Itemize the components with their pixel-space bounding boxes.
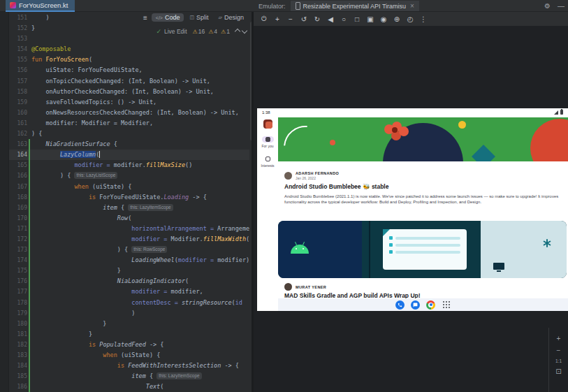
line-number[interactable]: 158: [9, 87, 27, 97]
nav-item-interests[interactable]: Interests: [261, 156, 274, 168]
code-line[interactable]: 183 when (uiState) {: [9, 350, 249, 361]
line-number[interactable]: 161: [9, 118, 27, 129]
zoom-mode-icon[interactable]: ⊕: [393, 15, 401, 23]
emulator-screen[interactable]: 1:38 For youInterests: [257, 108, 568, 311]
code-line[interactable]: 184 is FeedWithInterestsSelection -> {: [9, 361, 249, 371]
view-tab-code[interactable]: </>Code: [152, 13, 184, 22]
line-number[interactable]: 184: [9, 361, 27, 371]
line-number[interactable]: 174: [9, 255, 27, 266]
line-number[interactable]: 169: [9, 203, 27, 213]
power-icon[interactable]: ⏻: [260, 15, 268, 23]
line-number[interactable]: 176: [9, 276, 27, 286]
rotate-left-icon[interactable]: ↺: [300, 15, 308, 23]
code-line[interactable]: 180 }: [9, 319, 249, 329]
view-tab-split[interactable]: ◫Split: [185, 13, 212, 22]
zoom-reset-icon[interactable]: 1:1: [555, 358, 562, 363]
line-number[interactable]: 180: [9, 319, 27, 329]
line-number[interactable]: 160: [9, 108, 27, 118]
line-number[interactable]: 159: [9, 97, 27, 108]
back-icon[interactable]: ◀: [326, 15, 335, 23]
messages-app-icon[interactable]: [411, 300, 420, 310]
zoom-in-icon[interactable]: +: [557, 335, 561, 342]
code-line[interactable]: 175 }: [9, 266, 249, 276]
line-number[interactable]: 163: [9, 139, 27, 150]
next-warning-chevron[interactable]: [242, 28, 247, 34]
line-number[interactable]: 175: [9, 266, 27, 276]
line-number[interactable]: 179: [9, 308, 27, 319]
line-number[interactable]: 186: [9, 382, 27, 392]
app-drawer-icon[interactable]: [442, 300, 451, 310]
code-line[interactable]: 179 ): [9, 308, 249, 319]
code-line[interactable]: 182 is PopulatedFeed -> {: [9, 340, 249, 350]
code-line[interactable]: 171 horizontalArrangement = Arrangement.…: [9, 224, 249, 234]
code-line[interactable]: 185 item { this: LazyItemScope: [9, 371, 249, 382]
code-line[interactable]: 177 modifier = modifier,: [9, 286, 249, 297]
line-number[interactable]: 178: [9, 298, 27, 308]
line-number[interactable]: 167: [9, 182, 27, 192]
code-line[interactable]: 170 Row(: [9, 213, 249, 224]
inspection-badge[interactable]: ⚠1: [221, 28, 230, 35]
inspection-badge[interactable]: ⚠4: [208, 28, 217, 35]
code-line[interactable]: 181 }: [9, 329, 249, 340]
view-tab-design[interactable]: ▱Design: [214, 13, 248, 22]
line-number[interactable]: 156: [9, 65, 27, 75]
screenshot-icon[interactable]: ▣: [366, 15, 374, 23]
emulator-device-tab[interactable]: Resizable Experimental API Tiramisu ×: [291, 1, 419, 11]
code-line[interactable]: 153: [9, 34, 249, 44]
line-number[interactable]: 181: [9, 329, 27, 340]
line-number[interactable]: 168: [9, 192, 27, 203]
code-line[interactable]: 162) {: [9, 129, 249, 139]
line-number[interactable]: 157: [9, 76, 27, 87]
home-icon[interactable]: ○: [340, 15, 348, 23]
line-number[interactable]: 182: [9, 340, 27, 350]
chrome-app-icon[interactable]: [426, 300, 435, 310]
line-number[interactable]: 183: [9, 350, 27, 361]
code-line[interactable]: 169 item { this: LazyItemScope: [9, 203, 249, 213]
article-card-illustration[interactable]: [278, 221, 567, 278]
more-icon[interactable]: ⋮: [419, 15, 428, 23]
line-number[interactable]: 185: [9, 371, 27, 382]
hide-icon[interactable]: —: [558, 2, 565, 10]
now-in-android-logo[interactable]: [263, 119, 272, 129]
editor-tab-foryouscreen[interactable]: ForYouScreen.kt: [6, 0, 75, 12]
code-line[interactable]: 154@Composable: [9, 44, 249, 55]
overview-icon[interactable]: □: [353, 15, 361, 23]
live-edit-label[interactable]: Live Edit: [164, 28, 187, 35]
rotate-right-icon[interactable]: ↻: [313, 15, 321, 23]
code-line[interactable]: 158 onAuthorCheckedChanged: (Int, Boolea…: [9, 87, 249, 97]
code-line[interactable]: 176 NiaLoadingIndicator(: [9, 276, 249, 286]
code-line[interactable]: 155fun ForYouScreen(: [9, 55, 249, 65]
menu-icon[interactable]: ≡: [143, 14, 147, 22]
zoom-out-icon[interactable]: −: [557, 347, 561, 354]
snapshots-icon[interactable]: ◴: [406, 15, 414, 23]
line-number[interactable]: 171: [9, 224, 27, 234]
line-number[interactable]: 177: [9, 286, 27, 297]
record-icon[interactable]: ◉: [379, 15, 388, 23]
line-number[interactable]: 173: [9, 245, 27, 255]
code-line[interactable]: 156 uiState: ForYouFeedUiState,: [9, 65, 249, 75]
close-icon[interactable]: ×: [410, 2, 414, 10]
code-line[interactable]: 166 ) { this: LazyListScope: [9, 170, 249, 181]
code-line[interactable]: 174 LoadingWheel(modifier = modifier): [9, 255, 249, 266]
line-number[interactable]: 153: [9, 34, 27, 44]
code-line[interactable]: 163 NiaGradientSurface {: [9, 139, 249, 150]
code-line[interactable]: 173 ) { this: RowScope: [9, 245, 249, 255]
volume-down-icon[interactable]: −: [286, 15, 295, 23]
inspection-badge[interactable]: ⚠16: [193, 28, 205, 35]
code-line[interactable]: 164 LazyColumn(: [9, 150, 249, 160]
line-number[interactable]: 155: [9, 55, 27, 65]
code-line[interactable]: 165 modifier = modifier.fillMaxSize(): [9, 160, 249, 170]
code-area[interactable]: 151 )152}153154@Composable155fun ForYouS…: [9, 13, 249, 392]
line-number[interactable]: 165: [9, 160, 27, 170]
line-number[interactable]: 170: [9, 213, 27, 224]
article-title[interactable]: Android Studio Bumblebee 🐝 stable: [284, 183, 561, 190]
line-number[interactable]: 151: [9, 13, 27, 23]
line-number[interactable]: 164: [9, 150, 27, 160]
line-number[interactable]: 166: [9, 170, 27, 181]
zoom-fit-icon[interactable]: ⊡: [555, 368, 561, 375]
settings-icon[interactable]: ⚙: [544, 2, 551, 10]
code-line[interactable]: 159 saveFollowedTopics: () -> Unit,: [9, 97, 249, 108]
code-line[interactable]: 160 onNewsResourcesCheckedChanged: (Int,…: [9, 108, 249, 118]
prev-warning-chevron[interactable]: [235, 29, 240, 34]
phone-app-icon[interactable]: [395, 300, 405, 310]
